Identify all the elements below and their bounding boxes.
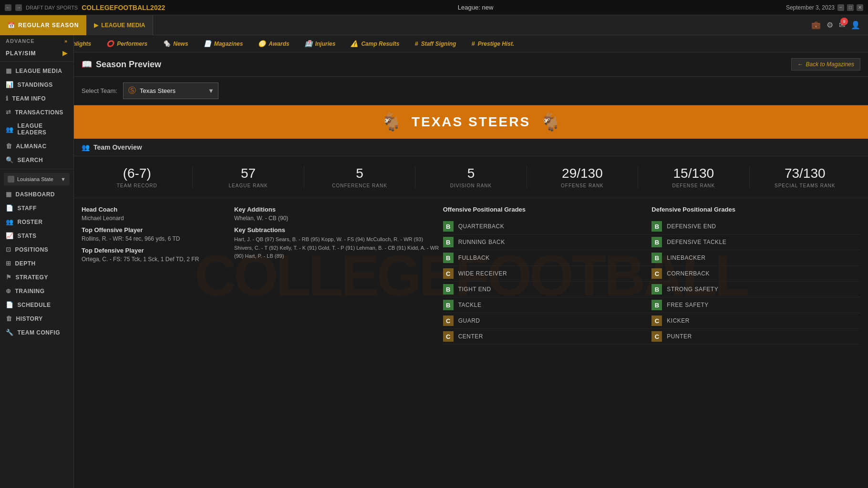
sidebar-item-team-info[interactable]: ℹTEAM INFO — [0, 92, 73, 105]
schedule-left: 📄SCHEDULE — [6, 301, 51, 308]
sidebar-item-team-config[interactable]: 🔧TEAM CONFIG — [0, 325, 73, 339]
transactions-label: TRANSACTIONS — [15, 109, 63, 116]
sidebar-divider-1 — [0, 61, 73, 62]
league-media-icon: ▦ — [6, 67, 12, 74]
awards-tab-label: Awards — [269, 41, 289, 47]
app-name: DRAFT DAY SPORTS — [26, 5, 78, 10]
briefcase-icon[interactable]: 💼 — [811, 20, 821, 30]
titlebar-left: ← → DRAFT DAY SPORTS COLLEGEFOOTBALL2022 — [5, 4, 165, 11]
league-leaders-left: 👥LEAGUE LEADERS — [6, 122, 68, 136]
tab-injuries[interactable]: 🏥Injuries — [298, 36, 343, 51]
tab-camp-results[interactable]: ⚠️Camp Results — [343, 36, 406, 51]
sidebar-item-training[interactable]: ⊕TRAINING — [0, 284, 73, 298]
off-grade-tackle: BTACKLE — [443, 297, 652, 313]
staff-label: STAFF — [18, 205, 37, 212]
sidebar-item-league-leaders[interactable]: 👥LEAGUE LEADERS — [0, 119, 73, 139]
history-left: 🗑HISTORY — [6, 315, 43, 322]
sidebar-item-roster[interactable]: 👥ROSTER — [0, 215, 73, 229]
minimize-btn[interactable]: − — [837, 4, 844, 11]
staff-signing-tab-icon: # — [414, 40, 418, 47]
sidebar-item-staff[interactable]: 📄STAFF — [0, 201, 73, 215]
defensive-grades-title: Defensive Positional Grades — [651, 206, 860, 213]
page-header: 📖 Season Preview ← Back to Magazines — [74, 52, 868, 77]
top-nav: 📅 REGULAR SEASON ▶ LEAGUE MEDIA 💼 ⚙ ✉ 9 … — [0, 15, 868, 35]
tab-magazines[interactable]: 📄Magazines — [196, 36, 250, 51]
sidebar-item-dashboard[interactable]: ▦DASHBOARD — [0, 187, 73, 201]
details-section: COLLEGEFOOTBALL Head Coach Michael Leona… — [74, 198, 868, 352]
tab-performers[interactable]: ⭕Performers — [99, 36, 155, 51]
defensive-grades-list: BDEFENSIVE ENDBDEFENSIVE TACKLEBLINEBACK… — [651, 219, 860, 345]
sidebar-item-almanac[interactable]: 🗑ALMANAC — [0, 139, 73, 153]
stat-defense-rank: 15/130DEFENSE RANK — [638, 166, 749, 188]
team-logo-right-icon: 🐐 — [540, 112, 561, 132]
sidebar-item-history[interactable]: 🗑HISTORY — [0, 312, 73, 325]
positions-label: POSITIONS — [15, 246, 49, 253]
play-sim-icon: ▶ — [62, 50, 68, 57]
page-title: Season Preview — [96, 60, 161, 70]
settings-icon[interactable]: ⚙ — [827, 20, 833, 30]
video-icon: ▶ — [94, 22, 98, 29]
sidebar-play-sim[interactable]: PLAY/SIM ▶ — [0, 47, 73, 60]
stat-value: 29/130 — [532, 166, 633, 181]
sidebar-item-schedule[interactable]: 📄SCHEDULE — [0, 298, 73, 312]
stat-value: 15/130 — [643, 166, 744, 181]
stat-label: CONFERENCE RANK — [309, 183, 410, 188]
tab-news[interactable]: 🗞️News — [155, 36, 195, 51]
grade-position: TACKLE — [458, 302, 482, 308]
tab-awards[interactable]: ♋Awards — [251, 36, 296, 51]
grade-position: RUNNING BACK — [458, 239, 505, 245]
grade-letter: C — [443, 331, 454, 342]
positions-icon: ⊡ — [6, 246, 11, 253]
team-config-label: TEAM CONFIG — [18, 329, 61, 336]
search-label: SEARCH — [18, 157, 43, 163]
selected-team-name: Texas Steers — [140, 87, 176, 94]
season-button[interactable]: 📅 REGULAR SEASON — [0, 15, 86, 35]
staff-left: 📄STAFF — [6, 204, 37, 212]
league-media-button[interactable]: ▶ LEAGUE MEDIA — [86, 15, 153, 35]
sidebar-item-strategy[interactable]: ⚑STRATEGY — [0, 270, 73, 284]
forward-btn[interactable]: → — [15, 4, 22, 11]
sidebar-items: ▦LEAGUE MEDIA📊STANDINGSℹTEAM INFO⇄TRANSA… — [0, 64, 73, 167]
dropdown-arrow-icon: ▼ — [61, 176, 66, 182]
injuries-tab-label: Injuries — [315, 41, 336, 47]
tab-staff-signing[interactable]: #Staff Signing — [407, 36, 463, 51]
sidebar-item-search[interactable]: 🔍SEARCH — [0, 153, 73, 167]
team-dropdown[interactable]: Ⓢ Texas Steers ▼ — [123, 82, 218, 99]
overview-icon: 👥 — [82, 143, 90, 151]
sidebar-item-positions[interactable]: ⊡POSITIONS — [0, 243, 73, 256]
staff-icon: 📄 — [6, 204, 14, 212]
league-leaders-label: LEAGUE LEADERS — [18, 122, 68, 136]
tab-prestige-hist[interactable]: #Prestige Hist. — [464, 36, 521, 51]
key-additions-label: Key Additions — [234, 206, 443, 213]
league-media-label: LEAGUE MEDIA — [16, 68, 62, 74]
back-to-magazines-button[interactable]: ← Back to Magazines — [791, 58, 860, 71]
league-media-label: LEAGUE MEDIA — [101, 22, 145, 29]
sidebar-item-stats[interactable]: 📈STATS — [0, 229, 73, 243]
grade-position: CENTER — [458, 333, 483, 340]
sidebar-divider-2 — [0, 169, 73, 169]
sidebar-item-league-media[interactable]: ▦LEAGUE MEDIA — [0, 64, 73, 78]
team-config-left: 🔧TEAM CONFIG — [6, 329, 60, 336]
team-selector[interactable]: Louisiana State ▼ — [4, 173, 70, 185]
sidebar-item-transactions[interactable]: ⇄TRANSACTIONS — [0, 105, 73, 119]
user-icon[interactable]: 👤 — [851, 20, 860, 30]
maximize-btn[interactable]: □ — [847, 4, 854, 11]
grade-position: LINEBACKER — [667, 254, 705, 261]
sidebar-item-standings[interactable]: 📊STANDINGS — [0, 78, 73, 92]
close-btn[interactable]: ✕ — [857, 4, 863, 11]
sidebar-item-depth[interactable]: ⊞DEPTH — [0, 256, 73, 270]
mail-icon[interactable]: ✉ 9 — [839, 20, 845, 30]
back-btn-label: Back to Magazines — [806, 61, 854, 68]
grade-letter: C — [651, 268, 662, 279]
grade-position: DEFENSIVE END — [667, 223, 716, 230]
dashboard-label: DASHBOARD — [16, 191, 55, 198]
roster-label: ROSTER — [18, 219, 43, 225]
sidebar-sub-items: ▦DASHBOARD📄STAFF👥ROSTER📈STATS⊡POSITIONS⊞… — [0, 187, 73, 339]
def-grade-kicker: CKICKER — [651, 313, 860, 329]
training-icon: ⊕ — [6, 287, 11, 295]
off-grade-running-back: BRUNNING BACK — [443, 234, 652, 250]
off-grade-tight-end: BTIGHT END — [443, 282, 652, 297]
back-btn[interactable]: ← — [5, 4, 11, 11]
advance-label: ADVANCE — [6, 38, 35, 44]
dashboard-left: ▦DASHBOARD — [6, 191, 55, 198]
